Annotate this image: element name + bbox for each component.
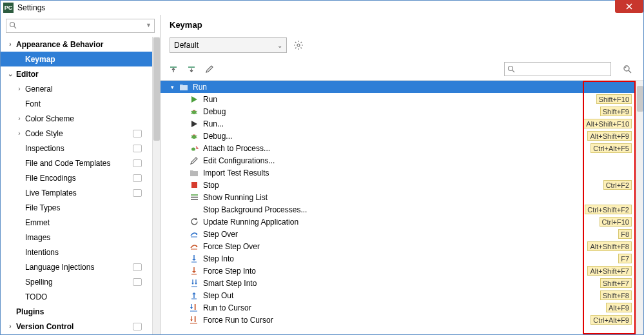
sidebar-search-input[interactable] bbox=[9, 19, 141, 32]
tree-action-stop[interactable]: StopCtrl+F2 bbox=[161, 179, 643, 191]
folder-gray-icon bbox=[189, 168, 199, 178]
scheme-badge-icon bbox=[133, 174, 142, 182]
svg-rect-13 bbox=[188, 66, 195, 68]
tree-scrollbar[interactable] bbox=[636, 81, 643, 334]
sidebar-search[interactable]: ▼ bbox=[6, 19, 155, 33]
sidebar-item-live-templates[interactable]: Live Templates bbox=[1, 185, 152, 200]
svg-text:I: I bbox=[194, 316, 196, 324]
tree-action-run[interactable]: RunShift+F10 bbox=[161, 93, 643, 105]
close-button[interactable] bbox=[615, 0, 643, 13]
svg-line-8 bbox=[301, 48, 302, 49]
tree-action-force-run-to-cursor[interactable]: IForce Run to CursorCtrl+Alt+F9 bbox=[161, 314, 643, 326]
sidebar-item-color-scheme[interactable]: ›Color Scheme bbox=[1, 111, 152, 126]
sidebar-search-wrap: ▼ bbox=[1, 15, 160, 37]
sidebar-item-keymap[interactable]: Keymap bbox=[1, 52, 152, 66]
tree-action-run[interactable]: Run...Alt+Shift+F10 bbox=[161, 117, 643, 130]
svg-point-17 bbox=[624, 66, 629, 71]
svg-line-1 bbox=[14, 26, 16, 28]
svg-point-2 bbox=[297, 44, 300, 46]
scrollbar-thumb[interactable] bbox=[153, 37, 160, 141]
smart-step-into-icon bbox=[189, 278, 199, 289]
sidebar-item-file-and-code-templates[interactable]: File and Code Templates bbox=[1, 156, 152, 170]
tree-action-force-step-over[interactable]: Force Step OverAlt+Shift+F8 bbox=[161, 240, 643, 252]
sidebar-item-file-types[interactable]: File Types bbox=[1, 200, 152, 215]
dropdown-arrow-icon[interactable]: ▼ bbox=[146, 22, 151, 28]
tree-action-import-test-results[interactable]: Import Test Results bbox=[161, 167, 643, 179]
tree-action-update-running-application[interactable]: Update Running ApplicationCtrl+F10 bbox=[161, 216, 643, 228]
sidebar-item-images[interactable]: Images bbox=[1, 230, 152, 245]
tree-action-stop-background-processes[interactable]: Stop Background Processes...Ctrl+Shift+F… bbox=[161, 203, 643, 216]
sidebar-item-label: TODO bbox=[25, 292, 47, 301]
chevron-down-icon: ⌄ bbox=[277, 42, 282, 49]
sidebar-item-label: File Encodings bbox=[25, 174, 76, 183]
tree-action-debug[interactable]: DebugShift+F9 bbox=[161, 105, 643, 117]
tree-action-step-out[interactable]: Step OutShift+F8 bbox=[161, 289, 643, 301]
sidebar-item-todo[interactable]: TODO bbox=[1, 289, 152, 304]
svg-line-22 bbox=[196, 111, 197, 112]
tree-action-debug[interactable]: Debug...Alt+Shift+F9 bbox=[161, 130, 643, 142]
tree-action-step-over[interactable]: Step OverF8 bbox=[161, 228, 643, 240]
action-search[interactable] bbox=[504, 62, 611, 76]
svg-line-24 bbox=[196, 113, 197, 114]
settings-window: PC Settings ▼ ›Appearance & BehaviorKeym… bbox=[0, 0, 644, 335]
tree-action-attach-to-process[interactable]: Attach to Process...Ctrl+Alt+F5 bbox=[161, 142, 643, 154]
sidebar-item-code-style[interactable]: ›Code Style bbox=[1, 126, 152, 141]
close-icon bbox=[626, 3, 632, 10]
expand-all-button[interactable] bbox=[167, 63, 180, 76]
shortcut-badge: Alt+Shift+F8 bbox=[587, 241, 632, 251]
sidebar-item-emmet[interactable]: Emmet bbox=[1, 215, 152, 230]
sidebar-scrollbar[interactable] bbox=[152, 37, 160, 334]
tree-row-label: Step Over bbox=[203, 230, 643, 239]
find-by-shortcut-button[interactable] bbox=[620, 62, 634, 76]
force-step-over-icon bbox=[189, 241, 199, 252]
sidebar-item-label: Version Control bbox=[16, 322, 73, 331]
scrollbar-thumb[interactable] bbox=[637, 86, 643, 112]
tree-action-force-step-into[interactable]: Force Step IntoAlt+Shift+F7 bbox=[161, 265, 643, 277]
shortcut-badge: Alt+Shift+F10 bbox=[583, 119, 632, 128]
sidebar-item-language-injections[interactable]: Language Injections bbox=[1, 259, 152, 274]
sidebar-item-plugins[interactable]: Plugins bbox=[1, 304, 152, 319]
scheme-badge-icon bbox=[133, 145, 142, 152]
tree-action-smart-step-into[interactable]: Smart Step IntoShift+F7 bbox=[161, 277, 643, 289]
tree-folder-run[interactable]: ▾Run bbox=[161, 81, 643, 93]
sidebar-item-label: Spelling bbox=[25, 278, 53, 287]
folder-icon bbox=[179, 82, 189, 92]
sidebar-item-label: Keymap bbox=[25, 55, 55, 64]
tree-row-label: Import Test Results bbox=[203, 168, 643, 178]
scheme-badge-icon bbox=[133, 278, 142, 286]
tree-row-label: Stop bbox=[203, 181, 643, 190]
scheme-badge-icon bbox=[133, 263, 142, 271]
sidebar-item-label: File and Code Templates bbox=[25, 159, 111, 168]
tree-action-show-running-list[interactable]: Show Running List bbox=[161, 191, 643, 203]
stop-red-icon bbox=[189, 180, 199, 190]
collapse-all-button[interactable] bbox=[185, 63, 198, 76]
sidebar-item-spelling[interactable]: Spelling bbox=[1, 274, 152, 289]
sidebar-item-appearance-behavior[interactable]: ›Appearance & Behavior bbox=[1, 37, 152, 52]
scheme-badge-icon bbox=[133, 189, 142, 197]
tree-action-edit-configurations[interactable]: Edit Configurations... bbox=[161, 154, 643, 167]
tree-action-step-into[interactable]: Step IntoF7 bbox=[161, 252, 643, 265]
chevron-icon: ⌄ bbox=[7, 70, 14, 77]
edit-button[interactable] bbox=[203, 63, 216, 76]
svg-line-30 bbox=[191, 137, 192, 138]
sidebar-item-general[interactable]: ›General bbox=[1, 81, 152, 96]
tree-action-run-to-cursor[interactable]: IRun to CursorAlt+F9 bbox=[161, 301, 643, 314]
tree-row-label: Smart Step Into bbox=[203, 279, 643, 288]
gear-icon[interactable] bbox=[293, 40, 304, 50]
step-into-icon bbox=[189, 254, 199, 264]
svg-point-32 bbox=[193, 134, 194, 136]
chevron-icon: › bbox=[16, 130, 23, 137]
sidebar-item-font[interactable]: Font bbox=[1, 96, 152, 111]
sidebar-item-label: Plugins bbox=[16, 307, 44, 316]
sidebar-item-intentions[interactable]: Intentions bbox=[1, 245, 152, 259]
sidebar-item-file-encodings[interactable]: File Encodings bbox=[1, 170, 152, 185]
sidebar-item-inspections[interactable]: Inspections bbox=[1, 141, 152, 156]
keymap-scheme-select[interactable]: Default ⌄ bbox=[170, 37, 287, 53]
action-search-input[interactable] bbox=[518, 63, 614, 76]
force-step-into-icon bbox=[189, 266, 199, 276]
svg-line-23 bbox=[191, 113, 192, 114]
sidebar-item-editor[interactable]: ⌄Editor bbox=[1, 66, 152, 81]
keymap-tree: ▾RunRunShift+F10DebugShift+F9Run...Alt+S… bbox=[161, 80, 643, 334]
sidebar-item-version-control[interactable]: ›Version Control bbox=[1, 319, 152, 334]
svg-rect-35 bbox=[191, 182, 197, 188]
